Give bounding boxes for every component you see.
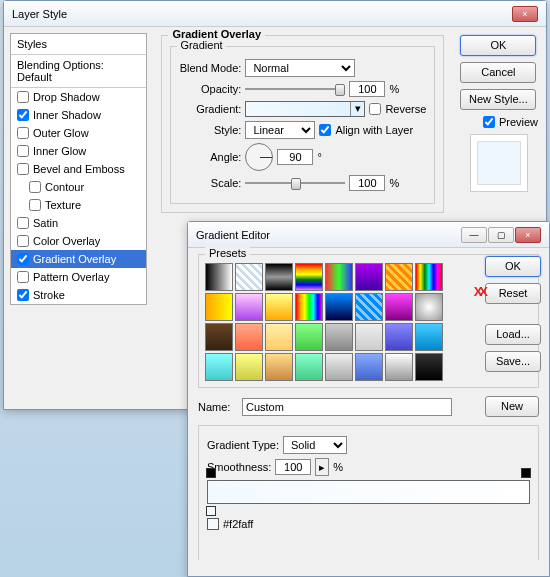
gradient-picker[interactable]: ▾	[245, 101, 365, 117]
preset-swatch[interactable]	[205, 323, 233, 351]
new-style-button[interactable]: New Style...	[460, 89, 536, 110]
smoothness-value[interactable]: 100	[275, 459, 311, 475]
style-item-drop-shadow[interactable]: Drop Shadow	[11, 88, 146, 106]
checkbox[interactable]	[29, 181, 41, 193]
style-item-gradient-overlay[interactable]: Gradient Overlay	[11, 250, 146, 268]
style-item-inner-shadow[interactable]: Inner Shadow	[11, 106, 146, 124]
preset-swatch[interactable]	[355, 323, 383, 351]
preset-swatch[interactable]	[355, 263, 383, 291]
gradient-label: Gradient:	[179, 103, 241, 115]
checkbox[interactable]	[17, 289, 29, 301]
checkbox[interactable]	[17, 163, 29, 175]
preset-swatch[interactable]	[385, 353, 413, 381]
preset-swatch[interactable]	[385, 263, 413, 291]
checkbox[interactable]	[17, 271, 29, 283]
styles-header[interactable]: Styles	[11, 34, 146, 55]
checkbox[interactable]	[17, 217, 29, 229]
maximize-button[interactable]: ▢	[488, 227, 514, 243]
gradient-type-select[interactable]: Solid	[283, 436, 347, 454]
preset-swatch[interactable]	[295, 293, 323, 321]
style-select[interactable]: Linear	[245, 121, 315, 139]
preset-swatch[interactable]	[295, 323, 323, 351]
opacity-stop[interactable]	[521, 468, 531, 478]
blend-mode-select[interactable]: Normal	[245, 59, 355, 77]
angle-dial[interactable]	[245, 143, 273, 171]
subsection-title: Gradient	[177, 39, 225, 51]
preview-checkbox[interactable]	[483, 116, 495, 128]
window-title: Gradient Editor	[196, 229, 270, 241]
minimize-button[interactable]: —	[461, 227, 487, 243]
opacity-slider[interactable]	[245, 81, 345, 97]
preset-swatch[interactable]	[385, 323, 413, 351]
preset-swatch[interactable]	[295, 263, 323, 291]
align-label: Align with Layer	[335, 124, 413, 136]
gradient-bar[interactable]	[207, 480, 530, 504]
scale-slider[interactable]	[245, 175, 345, 191]
reset-button[interactable]: Reset	[485, 283, 541, 304]
preset-swatch[interactable]	[355, 293, 383, 321]
checkbox[interactable]	[17, 253, 29, 265]
style-item-inner-glow[interactable]: Inner Glow	[11, 142, 146, 160]
style-item-texture[interactable]: Texture	[11, 196, 146, 214]
preset-swatch[interactable]	[265, 293, 293, 321]
close-button[interactable]: ×	[515, 227, 541, 243]
checkbox[interactable]	[17, 235, 29, 247]
preset-swatch[interactable]	[265, 263, 293, 291]
reverse-checkbox[interactable]	[369, 103, 381, 115]
preset-swatch[interactable]	[235, 353, 263, 381]
angle-label: Angle:	[179, 151, 241, 163]
preset-swatch[interactable]	[415, 263, 443, 291]
preset-swatch[interactable]	[415, 323, 443, 351]
preset-swatch[interactable]	[235, 263, 263, 291]
preset-swatch[interactable]	[325, 293, 353, 321]
blending-options[interactable]: Blending Options: Default	[11, 55, 146, 88]
color-stop[interactable]	[206, 506, 216, 516]
style-item-bevel[interactable]: Bevel and Emboss	[11, 160, 146, 178]
name-input[interactable]	[242, 398, 452, 416]
chevron-down-icon[interactable]: ▾	[350, 102, 364, 116]
cancel-button[interactable]: Cancel	[460, 62, 536, 83]
style-label: Style:	[179, 124, 241, 136]
style-item-contour[interactable]: Contour	[11, 178, 146, 196]
chevron-right-icon[interactable]: ▸	[315, 458, 329, 476]
ok-button[interactable]: OK	[460, 35, 536, 56]
angle-value[interactable]: 90	[277, 149, 313, 165]
smoothness-label: Smoothness:	[207, 461, 271, 473]
new-button[interactable]: New	[485, 396, 539, 417]
checkbox[interactable]	[17, 109, 29, 121]
style-item-satin[interactable]: Satin	[11, 214, 146, 232]
preset-swatch[interactable]	[295, 353, 323, 381]
preset-swatch[interactable]	[415, 293, 443, 321]
preset-swatch[interactable]	[265, 353, 293, 381]
close-button[interactable]: ×	[512, 6, 538, 22]
checkbox[interactable]	[17, 91, 29, 103]
preset-swatch[interactable]	[205, 293, 233, 321]
preset-swatch[interactable]	[415, 353, 443, 381]
scale-value[interactable]: 100	[349, 175, 385, 191]
presets-label: Presets	[205, 247, 250, 259]
checkbox[interactable]	[17, 145, 29, 157]
style-item-outer-glow[interactable]: Outer Glow	[11, 124, 146, 142]
style-item-pattern-overlay[interactable]: Pattern Overlay	[11, 268, 146, 286]
ok-button[interactable]: OK	[485, 256, 541, 277]
checkbox[interactable]	[17, 127, 29, 139]
load-button[interactable]: Load...	[485, 324, 541, 345]
preset-swatch[interactable]	[235, 293, 263, 321]
style-item-color-overlay[interactable]: Color Overlay	[11, 232, 146, 250]
titlebar: Gradient Editor — ▢ ×	[188, 222, 549, 248]
opacity-value[interactable]: 100	[349, 81, 385, 97]
style-item-stroke[interactable]: Stroke	[11, 286, 146, 304]
preset-swatch[interactable]	[265, 323, 293, 351]
opacity-stop[interactable]	[206, 468, 216, 478]
save-button[interactable]: Save...	[485, 351, 541, 372]
preset-swatch[interactable]	[205, 353, 233, 381]
checkbox[interactable]	[29, 199, 41, 211]
preset-swatch[interactable]	[325, 353, 353, 381]
preset-swatch[interactable]	[325, 263, 353, 291]
preset-swatch[interactable]	[355, 353, 383, 381]
preset-swatch[interactable]	[385, 293, 413, 321]
preset-swatch[interactable]	[205, 263, 233, 291]
align-checkbox[interactable]	[319, 124, 331, 136]
preset-swatch[interactable]	[325, 323, 353, 351]
preset-swatch[interactable]	[235, 323, 263, 351]
